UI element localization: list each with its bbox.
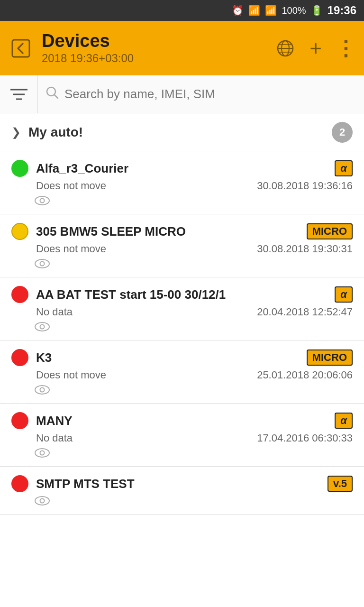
device-badge: α bbox=[335, 160, 353, 176]
status-dot bbox=[11, 223, 28, 240]
device-name: AA BAT TEST start 15-00 30/12/1 bbox=[36, 287, 327, 302]
signal-icon: 📶 bbox=[265, 5, 277, 16]
svg-point-11 bbox=[35, 196, 49, 205]
device-item: 305 BMW5 SLEEP MICRO MICRO Does not move… bbox=[0, 214, 364, 277]
device-name: 305 BMW5 SLEEP MICRO bbox=[36, 224, 299, 239]
device-name: MANY bbox=[36, 414, 327, 428]
group-row[interactable]: ❯ My auto! 2 bbox=[0, 113, 364, 151]
device-time: 30.08.2018 19:30:31 bbox=[257, 243, 353, 255]
status-dot bbox=[11, 160, 28, 177]
device-eye-row bbox=[11, 320, 353, 335]
device-status: Does not move bbox=[36, 369, 106, 381]
svg-point-18 bbox=[40, 388, 45, 392]
device-status: Does not move bbox=[36, 180, 106, 192]
svg-point-12 bbox=[40, 199, 45, 203]
svg-point-20 bbox=[40, 451, 45, 455]
device-item: Alfa_r3_Courier α Does not move 30.08.20… bbox=[0, 151, 364, 214]
eye-icon[interactable] bbox=[34, 257, 50, 272]
device-badge: MICRO bbox=[307, 349, 353, 366]
status-bar: ⏰ 📶 📶 100% 🔋 19:36 bbox=[0, 0, 364, 21]
eye-icon[interactable] bbox=[34, 383, 50, 398]
svg-rect-0 bbox=[12, 40, 29, 57]
battery-icon: 🔋 bbox=[311, 5, 323, 16]
device-badge: MICRO bbox=[307, 223, 353, 239]
device-status: No data bbox=[36, 306, 73, 318]
status-time: 19:36 bbox=[328, 4, 356, 17]
wifi-icon: 📶 bbox=[248, 5, 260, 16]
device-info-row: Does not move 25.01.2018 20:06:06 bbox=[11, 369, 353, 381]
device-badge: v.5 bbox=[328, 476, 353, 492]
device-eye-row bbox=[11, 383, 353, 398]
device-header: Alfa_r3_Courier α bbox=[11, 160, 353, 177]
device-info-row: No data 20.04.2018 12:52:47 bbox=[11, 306, 353, 318]
svg-point-13 bbox=[35, 259, 49, 268]
device-eye-row bbox=[11, 446, 353, 461]
svg-point-17 bbox=[35, 386, 49, 394]
header-actions: + ⋮ bbox=[275, 38, 356, 59]
device-badge: α bbox=[335, 286, 353, 303]
add-button[interactable]: + bbox=[305, 38, 326, 59]
status-dot bbox=[11, 286, 28, 303]
alarm-icon: ⏰ bbox=[232, 5, 244, 16]
device-name: Alfa_r3_Courier bbox=[36, 161, 327, 176]
search-input-area bbox=[38, 86, 364, 102]
device-name: K3 bbox=[36, 350, 299, 365]
device-time: 30.08.2018 19:36:16 bbox=[257, 180, 353, 192]
more-button[interactable]: ⋮ bbox=[336, 38, 356, 59]
device-item: AA BAT TEST start 15-00 30/12/1 α No dat… bbox=[0, 277, 364, 340]
device-item: MANY α No data 17.04.2016 06:30:33 bbox=[0, 404, 364, 467]
device-item: K3 MICRO Does not move 25.01.2018 20:06:… bbox=[0, 340, 364, 404]
globe-button[interactable] bbox=[275, 38, 296, 59]
svg-point-22 bbox=[40, 499, 45, 503]
eye-icon[interactable] bbox=[34, 494, 50, 509]
status-dot bbox=[11, 349, 28, 366]
device-eye-row bbox=[11, 494, 353, 509]
page-title: Devices bbox=[42, 31, 267, 51]
device-info-row: Does not move 30.08.2018 19:30:31 bbox=[11, 243, 353, 255]
status-dot bbox=[11, 412, 28, 429]
device-header: K3 MICRO bbox=[11, 349, 353, 366]
device-header: MANY α bbox=[11, 412, 353, 429]
eye-icon[interactable] bbox=[34, 446, 50, 461]
filter-button[interactable] bbox=[0, 75, 38, 113]
device-time: 17.04.2016 06:30:33 bbox=[257, 432, 353, 444]
header: Devices 2018 19:36+03:00 + ⋮ bbox=[0, 21, 364, 75]
header-subtitle: 2018 19:36+03:00 bbox=[42, 52, 267, 65]
device-header: SMTP MTS TEST v.5 bbox=[11, 475, 353, 492]
svg-line-10 bbox=[55, 95, 58, 99]
device-status: No data bbox=[36, 432, 73, 444]
device-list: Alfa_r3_Courier α Does not move 30.08.20… bbox=[0, 151, 364, 515]
device-eye-row bbox=[11, 257, 353, 272]
device-eye-row bbox=[11, 194, 353, 209]
search-icon bbox=[46, 86, 59, 102]
device-item: SMTP MTS TEST v.5 bbox=[0, 467, 364, 515]
group-name: My auto! bbox=[28, 125, 324, 140]
battery-percent: 100% bbox=[282, 5, 306, 16]
eye-icon[interactable] bbox=[34, 320, 50, 335]
device-badge: α bbox=[335, 413, 353, 429]
eye-icon[interactable] bbox=[34, 194, 50, 209]
device-header: AA BAT TEST start 15-00 30/12/1 α bbox=[11, 286, 353, 303]
svg-point-21 bbox=[35, 497, 49, 505]
group-count: 2 bbox=[332, 122, 353, 143]
device-time: 20.04.2018 12:52:47 bbox=[257, 306, 353, 318]
header-title-area: Devices 2018 19:36+03:00 bbox=[42, 31, 267, 65]
device-status: Does not move bbox=[36, 243, 106, 255]
svg-point-14 bbox=[40, 262, 45, 266]
device-info-row: No data 17.04.2016 06:30:33 bbox=[11, 432, 353, 444]
search-bar bbox=[0, 75, 364, 113]
svg-point-15 bbox=[35, 322, 49, 331]
group-expand-arrow: ❯ bbox=[11, 126, 21, 139]
back-button[interactable] bbox=[8, 35, 34, 62]
search-input[interactable] bbox=[64, 87, 356, 101]
svg-point-16 bbox=[40, 325, 45, 329]
svg-point-19 bbox=[35, 449, 49, 457]
device-time: 25.01.2018 20:06:06 bbox=[257, 369, 353, 381]
device-info-row: Does not move 30.08.2018 19:36:16 bbox=[11, 180, 353, 192]
status-dot bbox=[11, 475, 28, 492]
device-name: SMTP MTS TEST bbox=[36, 477, 320, 491]
device-header: 305 BMW5 SLEEP MICRO MICRO bbox=[11, 223, 353, 240]
